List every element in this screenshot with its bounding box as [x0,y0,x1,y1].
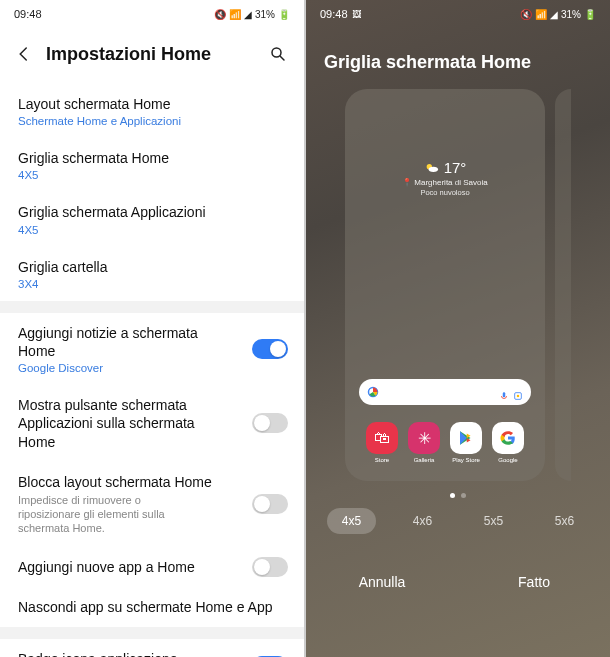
grid-option-4x6[interactable]: 4x6 [398,508,447,534]
app-store: 🛍 Store [366,422,398,463]
toggle-lock[interactable] [252,494,288,514]
signal-icon: ◢ [244,9,252,20]
battery-text: 31% [255,9,275,20]
preview-carousel[interactable]: 17° 📍 Margherita di Savoia Poco nuvoloso… [306,83,610,489]
item-sub: 4X5 [18,169,286,181]
status-time: 09:48 [14,8,42,20]
app-label: Store [375,457,389,463]
app-label: Galleria [414,457,435,463]
item-sub: Schermate Home e Applicazioni [18,115,286,127]
chevron-left-icon [15,45,33,63]
app-playstore: Play Store [450,422,482,463]
item-news[interactable]: Aggiungi notizie a schermata Home Google… [0,313,304,385]
app-google: Google [492,422,524,463]
toggle-show-apps[interactable] [252,413,288,433]
grid-option-4x5[interactable]: 4x5 [327,508,376,534]
status-bar: 09:48 🔇 📶 ◢ 31% 🔋 [0,0,304,28]
section-divider [0,627,304,639]
item-grid-apps[interactable]: Griglia schermata Applicazioni 4X5 [0,192,304,246]
app-label: Play Store [452,457,480,463]
item-title: Blocca layout schermata Home [18,473,244,491]
search-icon [269,45,287,63]
item-title: Layout schermata Home [18,95,286,113]
mute-icon: 🔇 [520,9,532,20]
svg-point-7 [517,395,520,398]
done-button[interactable]: Fatto [458,574,610,590]
settings-screen: 09:48 🔇 📶 ◢ 31% 🔋 Impostazioni Home Layo… [0,0,304,657]
screenshot-icon: 🖼 [352,9,361,19]
item-show-apps-btn[interactable]: Mostra pulsante schermata Applicazioni s… [0,385,304,462]
action-bar: Annulla Fatto [306,544,610,608]
grid-option-5x5[interactable]: 5x5 [469,508,518,534]
status-bar: 09:48 🖼 🔇 📶 ◢ 31% 🔋 [306,0,610,28]
item-hide-apps[interactable]: Nascondi app su schermate Home e App [0,587,304,627]
preview-card-next[interactable] [555,89,571,481]
status-icons: 🔇 📶 ◢ 31% 🔋 [520,9,596,20]
weather-temp: 17° [444,159,467,176]
store-icon: 🛍 [366,422,398,454]
battery-icon: 🔋 [584,9,596,20]
item-sub: 4X5 [18,224,286,236]
app-label: Google [498,457,517,463]
grid-picker-title: Griglia schermata Home [306,28,610,83]
grid-options: 4x5 4x6 5x5 5x6 [306,498,610,544]
item-title: Badge icona applicazione [18,650,244,657]
mic-icon [499,387,509,397]
wifi-icon: 📶 [229,9,241,20]
svg-point-0 [272,48,281,57]
weather-desc: Poco nuvoloso [345,188,545,197]
grid-option-5x6[interactable]: 5x6 [540,508,589,534]
wifi-icon: 📶 [535,9,547,20]
item-title: Aggiungi notizie a schermata Home [18,324,244,360]
item-badge[interactable]: Badge icona applicazione Numero [0,639,304,657]
status-time: 09:48 [320,8,348,20]
mute-icon: 🔇 [214,9,226,20]
item-layout[interactable]: Layout schermata Home Schermate Home e A… [0,84,304,138]
google-app-icon [492,422,524,454]
item-grid-home[interactable]: Griglia schermata Home 4X5 [0,138,304,192]
item-lock-layout[interactable]: Blocca layout schermata Home Impedisce d… [0,462,304,547]
pager-dot [461,493,466,498]
signal-icon: ◢ [550,9,558,20]
section-divider [0,301,304,313]
svg-point-3 [428,166,437,171]
pager-dot [450,493,455,498]
back-button[interactable] [14,44,34,64]
pin-icon: 📍 [402,178,412,187]
grid-picker-screen: 09:48 🖼 🔇 📶 ◢ 31% 🔋 Griglia schermata Ho… [306,0,610,657]
weather-location: Margherita di Savoia [414,178,487,187]
item-add-new-apps[interactable]: Aggiungi nuove app a Home [0,547,304,587]
item-grid-folder[interactable]: Griglia cartella 3X4 [0,247,304,301]
settings-header: Impostazioni Home [0,28,304,84]
search-button[interactable] [266,42,290,66]
svg-rect-5 [503,392,506,397]
lens-icon [513,387,523,397]
toggle-add-new[interactable] [252,557,288,577]
weather-widget: 17° 📍 Margherita di Savoia Poco nuvoloso [345,159,545,197]
settings-list: Layout schermata Home Schermate Home e A… [0,84,304,657]
playstore-icon [450,422,482,454]
dock-row: 🛍 Store ✳ Galleria Play Store [345,422,545,463]
battery-icon: 🔋 [278,9,290,20]
svg-line-1 [280,56,284,60]
item-title: Nascondi app su schermate Home e App [18,598,286,616]
item-sub: Google Discover [18,362,244,374]
item-title: Mostra pulsante schermata Applicazioni s… [18,396,244,451]
google-icon [367,386,379,398]
status-icons: 🔇 📶 ◢ 31% 🔋 [214,9,290,20]
item-sub: 3X4 [18,278,286,290]
weather-icon [424,160,440,176]
cancel-button[interactable]: Annulla [306,574,458,590]
preview-card[interactable]: 17° 📍 Margherita di Savoia Poco nuvoloso… [345,89,545,481]
item-title: Griglia schermata Home [18,149,286,167]
battery-text: 31% [561,9,581,20]
gallery-icon: ✳ [408,422,440,454]
item-title: Griglia cartella [18,258,286,276]
item-title: Aggiungi nuove app a Home [18,558,244,576]
app-gallery: ✳ Galleria [408,422,440,463]
google-search-bar [359,379,531,405]
toggle-news[interactable] [252,339,288,359]
page-title: Impostazioni Home [46,44,266,65]
item-desc: Impedisce di rimuovere o riposizionare g… [18,493,244,536]
item-title: Griglia schermata Applicazioni [18,203,286,221]
